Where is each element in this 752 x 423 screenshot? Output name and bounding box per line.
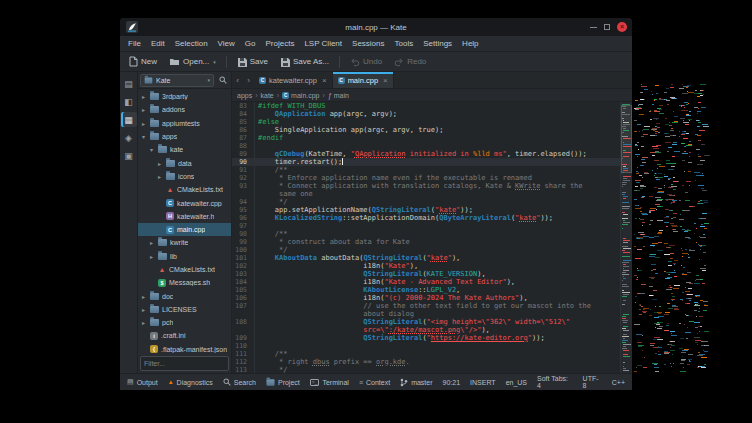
tree-item-lib[interactable]: ▸lib (138, 250, 231, 263)
project-filter-input[interactable] (140, 356, 229, 371)
expander-closed-icon[interactable]: ▸ (148, 239, 155, 246)
code-line[interactable]: 84 QApplication app(argc, argv); (232, 110, 620, 118)
save-button[interactable]: Save (232, 55, 273, 69)
code-line[interactable]: 110 (232, 342, 620, 350)
menu-item-view[interactable]: View (213, 36, 240, 52)
expander-closed-icon[interactable]: ▸ (156, 160, 163, 167)
status-context[interactable]: ≡Context (354, 374, 395, 390)
minimize-button[interactable] (590, 27, 597, 28)
code-line[interactable]: 108 QStringLiteral("<img height=\"362\" … (232, 318, 620, 326)
menu-item-settings[interactable]: Settings (418, 36, 457, 52)
code-line[interactable]: 94 */ (232, 198, 620, 206)
save-as-button[interactable]: Save As... (275, 55, 334, 69)
status-search[interactable]: Search (218, 374, 261, 390)
code-line[interactable]: 88 (232, 142, 620, 150)
code-line[interactable]: 89 qCDebug(KateTime, "QApplication initi… (232, 150, 620, 158)
code-line[interactable]: 86 SingleApplication app(argc, argv, tru… (232, 126, 620, 134)
status-output[interactable]: ▤Output (122, 374, 163, 390)
expander-closed-icon[interactable]: ▸ (140, 306, 147, 313)
expander-closed-icon[interactable]: ▸ (148, 253, 155, 260)
tree-item-licenses[interactable]: ▸LICENSES (138, 303, 231, 316)
tree-item-messages-sh[interactable]: $Messages.sh (138, 276, 231, 289)
sidebar-tool-documents[interactable]: ▤ (121, 76, 137, 91)
status-terminal[interactable]: >_Terminal (305, 374, 354, 390)
open-button[interactable]: Open... ▾ (164, 55, 221, 68)
minimap-view-indicator[interactable] (621, 105, 632, 173)
redo-button[interactable]: Redo (389, 55, 431, 69)
code-line[interactable]: 106 i18n("(c) 2000-2024 The Kate Authors… (232, 294, 620, 302)
menu-item-lsp-client[interactable]: LSP Client (299, 36, 347, 52)
tree-item-main-cpp[interactable]: Cmain.cpp (138, 223, 231, 236)
tree-item-icons[interactable]: ▸icons (138, 170, 231, 183)
menu-item-edit[interactable]: Edit (146, 36, 170, 52)
expander-closed-icon[interactable]: ▸ (140, 120, 147, 127)
tree-item-apps[interactable]: ▾apps (138, 130, 231, 143)
sidebar-tool-snippets[interactable]: ▣ (121, 148, 137, 163)
code-line[interactable]: 99 * construct about data for Kate (232, 238, 620, 246)
code-line[interactable]: 91 /** (232, 166, 620, 174)
code-line[interactable]: 107 // use the other text field to get o… (232, 302, 620, 310)
breadcrumb-item-apps[interactable]: apps (237, 92, 252, 99)
tree-item-kate[interactable]: ▾kate (138, 143, 231, 156)
menu-item-selection[interactable]: Selection (170, 36, 213, 52)
code-line[interactable]: 100 */ (232, 246, 620, 254)
expander-open-icon[interactable]: ▾ (148, 146, 155, 153)
status-90-21[interactable]: 90:21 (438, 374, 466, 390)
sidebar-tool-filesystem-browser[interactable]: ◧ (121, 94, 137, 109)
status-diagnostics[interactable]: ▲Diagnostics (163, 374, 218, 390)
code-line[interactable]: 113 */ (232, 366, 620, 373)
menu-item-go[interactable]: Go (240, 36, 261, 52)
sidebar-tool-projects[interactable]: ▦ (121, 112, 137, 127)
code-line[interactable]: 92 * Enforce application name even if th… (232, 174, 620, 182)
code-line[interactable]: 96 KLocalizedString::setApplicationDomai… (232, 214, 620, 222)
tree-item-katewaiter-cpp[interactable]: Ckatewaiter.cpp (138, 196, 231, 209)
status-soft-tabs-4[interactable]: Soft Tabs: 4 (532, 374, 578, 390)
maximize-button[interactable] (604, 24, 610, 30)
tree-item-doc[interactable]: ▸doc (138, 289, 231, 302)
code-line[interactable]: 104 i18n("Kate - Advanced Text Editor"), (232, 278, 620, 286)
code-line[interactable]: 98 /** (232, 230, 620, 238)
tab-scroll-right-button[interactable]: › (243, 72, 254, 88)
tree-item-craft-ini[interactable]: i.craft.ini (138, 329, 231, 342)
menu-item-sessions[interactable]: Sessions (347, 36, 389, 52)
code-view[interactable]: 83#ifdef WITH_DBUS84 QApplication app(ar… (232, 102, 620, 373)
project-search-button[interactable] (216, 74, 229, 87)
tree-item-cmakelists-txt[interactable]: ▲CMakeLists.txt (138, 263, 231, 276)
menu-item-file[interactable]: File (123, 36, 146, 52)
minimap-scrollbar[interactable] (620, 102, 632, 373)
tree-item-pch[interactable]: ▸pch (138, 316, 231, 329)
tree-item-cmakelists-txt[interactable]: ▲CMakeLists.txt (138, 183, 231, 196)
status-utf-8[interactable]: UTF-8 (578, 374, 607, 390)
undo-button[interactable]: Undo (345, 55, 387, 69)
breadcrumb-item-main[interactable]: ƒmain (328, 92, 349, 99)
close-button[interactable]: × (617, 22, 627, 32)
menu-item-help[interactable]: Help (457, 36, 483, 52)
code-line[interactable]: same one (232, 190, 620, 198)
tree-item-3rdparty[interactable]: ▸3rdparty (138, 90, 231, 103)
code-line[interactable]: 95 app.setApplicationName(QStringLiteral… (232, 206, 620, 214)
titlebar[interactable]: main.cpp — Kate × (120, 18, 632, 36)
close-tab-icon[interactable]: × (383, 76, 388, 85)
code-line[interactable]: src=\":/kate/mascot.png\"/>"), (232, 326, 620, 334)
project-selector[interactable]: Kate ▾ (140, 74, 214, 87)
sidebar-tool-git[interactable]: ◈ (121, 130, 137, 145)
tree-item-appiumtests[interactable]: ▸appiumtests (138, 117, 231, 130)
menu-item-projects[interactable]: Projects (260, 36, 299, 52)
expander-closed-icon[interactable]: ▸ (140, 106, 147, 113)
code-line[interactable]: 101 KAboutData aboutData(QStringLiteral(… (232, 254, 620, 262)
code-line[interactable]: 105 KAboutLicense::LGPL_V2, (232, 286, 620, 294)
code-line[interactable]: 85#else (232, 118, 620, 126)
tab-katewaiter-cpp[interactable]: Ckatewaiter.cpp× (254, 72, 333, 88)
tree-item-addons[interactable]: ▸addons (138, 103, 231, 116)
code-line[interactable]: 87#endif (232, 134, 620, 142)
code-line[interactable]: about dialog (232, 310, 620, 318)
tree-item-flatpak-manifest-json[interactable]: {.flatpak-manifest.json (138, 343, 231, 355)
tree-item-katewaiter-h[interactable]: Hkatewaiter.h (138, 210, 231, 223)
code-line[interactable]: 90 timer.restart(); (232, 158, 620, 166)
code-line[interactable]: 83#ifdef WITH_DBUS (232, 102, 620, 110)
tree-item-data[interactable]: ▸data (138, 156, 231, 169)
status-project[interactable]: Project (261, 374, 305, 390)
status-master[interactable]: master (395, 374, 437, 390)
breadcrumb-item-main-cpp[interactable]: Cmain.cpp (282, 92, 319, 99)
breadcrumb-item-kate[interactable]: kate (261, 92, 274, 99)
